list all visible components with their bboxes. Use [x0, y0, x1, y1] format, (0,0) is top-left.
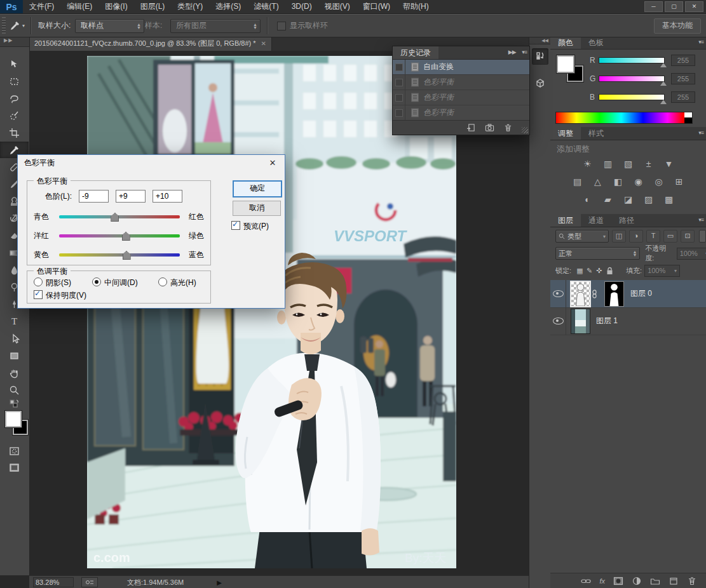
- menu-file[interactable]: 文件(F): [23, 0, 60, 13]
- lock-transparent-pixels-icon[interactable]: ▦: [575, 267, 585, 275]
- quick-mask-button[interactable]: [0, 443, 29, 459]
- rectangular-marquee-tool[interactable]: [0, 73, 29, 90]
- layer-row-1[interactable]: 图层 1: [550, 307, 706, 335]
- sample-size-dropdown[interactable]: 取样点 ▲▼: [75, 15, 144, 37]
- history-source-checkbox[interactable]: [393, 90, 405, 105]
- toolbar-collapse-header[interactable]: ▶▶: [0, 36, 29, 47]
- swap-colors-icon[interactable]: [0, 399, 29, 409]
- filter-pixel-layers-icon[interactable]: ◫: [612, 230, 626, 243]
- new-document-from-state-icon[interactable]: [466, 123, 476, 132]
- tab-swatches[interactable]: 色板: [581, 36, 611, 49]
- exposure-adjustment-icon[interactable]: ±: [642, 159, 656, 170]
- panel-menu-icon[interactable]: ▾≡: [698, 217, 703, 223]
- new-adjustment-layer-icon[interactable]: [632, 577, 642, 585]
- lock-image-pixels-icon[interactable]: ✎: [585, 267, 594, 275]
- tab-adjustments[interactable]: 调整: [550, 127, 581, 140]
- history-state-color-balance-3[interactable]: 色彩平衡: [393, 105, 529, 121]
- shadows-radio[interactable]: 阴影(S): [34, 277, 92, 288]
- green-slider-thumb[interactable]: [660, 81, 667, 86]
- magenta-green-slider-thumb[interactable]: [122, 232, 130, 241]
- tab-paths[interactable]: 路径: [611, 214, 642, 227]
- document-tab[interactable]: 20150624001121_fVQcz.thumb.700_0.jpg @ 8…: [29, 36, 272, 51]
- threshold-adjustment-icon[interactable]: ◪: [621, 194, 635, 205]
- menu-help[interactable]: 帮助(H): [397, 0, 435, 13]
- new-snapshot-camera-icon[interactable]: [485, 123, 494, 132]
- zoom-tool[interactable]: [0, 382, 29, 398]
- blue-slider-thumb[interactable]: [660, 100, 667, 104]
- lasso-tool[interactable]: [0, 90, 29, 107]
- green-slider[interactable]: [599, 76, 665, 82]
- layer-visibility-toggle[interactable]: [550, 307, 566, 335]
- foreground-color-swatch[interactable]: [5, 411, 22, 427]
- tab-styles[interactable]: 样式: [581, 127, 611, 140]
- quick-selection-tool[interactable]: [0, 107, 29, 124]
- preview-checkbox[interactable]: 预览(P): [231, 221, 269, 232]
- ok-button[interactable]: 确定: [233, 180, 282, 197]
- screen-mode-button[interactable]: [0, 459, 29, 476]
- history-state-color-balance-2[interactable]: 色彩平衡: [393, 90, 529, 105]
- workspace-switcher-button[interactable]: 基本功能: [654, 18, 701, 34]
- menu-filter[interactable]: 滤镜(T): [247, 0, 285, 13]
- layer-0-mask-thumbnail[interactable]: [604, 281, 624, 307]
- vibrance-adjustment-icon[interactable]: ▼: [662, 159, 676, 170]
- add-layer-mask-icon[interactable]: [613, 577, 623, 585]
- hue-saturation-adjustment-icon[interactable]: ▤: [571, 177, 585, 187]
- panel-collapse-icon[interactable]: ▶▶: [508, 49, 516, 55]
- history-state-free-transform[interactable]: 自由变换: [393, 60, 529, 75]
- menu-layer[interactable]: 图层(L): [134, 0, 172, 13]
- history-source-checkbox[interactable]: [393, 105, 405, 120]
- new-group-folder-icon[interactable]: [650, 577, 660, 585]
- layer-name[interactable]: 图层 1: [596, 316, 618, 326]
- yellow-blue-value-input[interactable]: [153, 190, 182, 203]
- levels-adjustment-icon[interactable]: ▥: [601, 159, 615, 170]
- layer-name[interactable]: 图层 0: [630, 288, 652, 299]
- cancel-button[interactable]: 取消: [233, 201, 281, 216]
- layer-1-thumbnail[interactable]: [571, 309, 590, 333]
- path-selection-tool[interactable]: [0, 330, 29, 347]
- tab-color[interactable]: 颜色: [550, 36, 581, 49]
- color-lookup-adjustment-icon[interactable]: ⊞: [672, 177, 686, 187]
- status-menu-arrow-icon[interactable]: ▶: [217, 579, 222, 586]
- lock-all-icon[interactable]: [606, 267, 613, 275]
- filter-adjustment-layers-icon[interactable]: ◑: [629, 230, 643, 243]
- panel-resize-grip[interactable]: [522, 127, 528, 133]
- tab-history[interactable]: 历史记录: [393, 46, 438, 59]
- yellow-blue-slider[interactable]: [59, 253, 180, 257]
- foreground-color-swatch[interactable]: [557, 55, 574, 73]
- layer-filter-type-dropdown[interactable]: 类型 ▾: [555, 230, 609, 243]
- green-value-field[interactable]: 255: [671, 73, 695, 84]
- move-tool[interactable]: [0, 56, 29, 72]
- red-slider[interactable]: [599, 57, 665, 63]
- hand-tool[interactable]: [0, 364, 29, 381]
- invert-adjustment-icon[interactable]: ◐: [581, 194, 595, 205]
- link-layers-icon[interactable]: [581, 577, 591, 585]
- lock-position-icon[interactable]: ✜: [594, 267, 604, 275]
- black-swatch[interactable]: [684, 117, 692, 123]
- menu-type[interactable]: 类型(Y): [171, 0, 209, 13]
- channel-mixer-adjustment-icon[interactable]: ◎: [652, 177, 666, 187]
- rectangle-shape-tool[interactable]: [0, 347, 29, 364]
- panel-menu-icon[interactable]: ▾≡: [522, 49, 527, 55]
- layer-0-thumbnail[interactable]: [571, 282, 590, 306]
- tab-layers[interactable]: 图层: [550, 214, 581, 227]
- preserve-luminosity-checkbox[interactable]: 保持明度(V): [34, 290, 86, 301]
- menu-window[interactable]: 窗口(W): [356, 0, 397, 13]
- tool-preset-eyedropper[interactable]: ▾: [9, 15, 25, 37]
- layer-visibility-toggle[interactable]: [550, 280, 566, 307]
- history-panel-dock-icon[interactable]: [532, 48, 548, 65]
- layer-filter-toggle[interactable]: [699, 230, 706, 243]
- gradient-map-adjustment-icon[interactable]: ▨: [642, 194, 656, 205]
- status-options-icon[interactable]: [81, 577, 98, 587]
- document-tab-close-icon[interactable]: ✕: [261, 40, 266, 47]
- brightness-contrast-adjustment-icon[interactable]: ☀: [581, 159, 595, 170]
- history-source-checkbox[interactable]: [393, 60, 405, 74]
- maximize-button[interactable]: ▢: [665, 1, 683, 12]
- tab-channels[interactable]: 通道: [581, 214, 611, 227]
- menu-select[interactable]: 选择(S): [209, 0, 247, 13]
- photo-filter-adjustment-icon[interactable]: ◉: [632, 177, 646, 187]
- filter-smart-object-icon[interactable]: ⊡: [681, 230, 695, 243]
- color-balance-adjustment-icon[interactable]: △: [591, 177, 605, 187]
- delete-state-trash-icon[interactable]: [503, 123, 513, 132]
- selective-color-adjustment-icon[interactable]: ▩: [662, 194, 676, 205]
- filter-type-layers-icon[interactable]: T: [646, 230, 660, 243]
